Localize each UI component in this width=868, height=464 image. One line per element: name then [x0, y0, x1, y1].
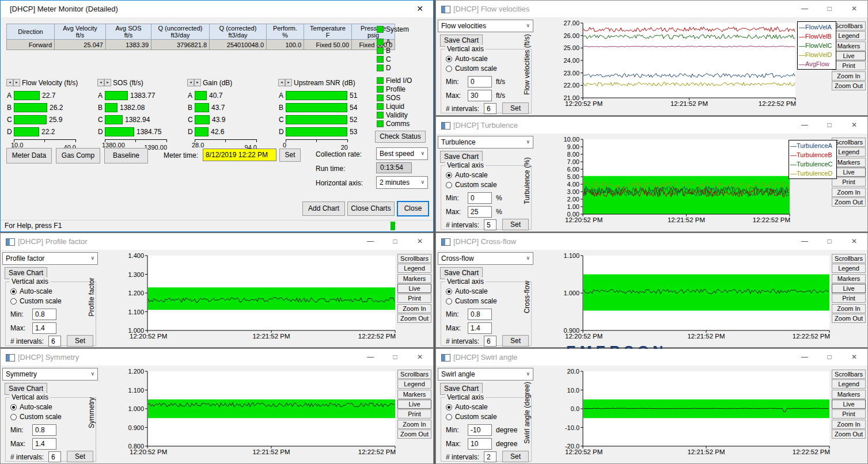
markers-button[interactable]: Markers — [397, 390, 431, 399]
scrollbars-button[interactable]: Scrollbars — [832, 254, 866, 263]
min-input[interactable] — [468, 76, 492, 88]
legend-button[interactable]: Legend — [832, 264, 866, 273]
markers-button[interactable]: Markers — [832, 41, 866, 51]
min-input[interactable] — [468, 309, 492, 320]
maximize-icon[interactable]: □ — [383, 233, 407, 249]
minimize-icon[interactable]: — — [793, 117, 817, 133]
radio-custom-scale[interactable] — [446, 414, 452, 420]
maximize-icon[interactable]: □ — [817, 117, 842, 133]
intervals-input[interactable] — [48, 336, 61, 347]
live-button[interactable]: Live — [397, 284, 431, 293]
intervals-input[interactable] — [484, 336, 496, 347]
spin-right-icon[interactable]: ► — [104, 79, 111, 86]
print-button[interactable]: Print — [832, 294, 866, 303]
print-button[interactable]: Print — [397, 409, 431, 419]
meter-time-field[interactable] — [203, 149, 276, 161]
chart-select-combo[interactable]: Profile factor∨ — [2, 252, 98, 265]
zoom-in-button[interactable]: Zoom In — [397, 304, 431, 313]
print-button[interactable]: Print — [832, 61, 866, 70]
close-charts-button[interactable]: Close Charts — [347, 201, 395, 216]
intervals-input[interactable] — [48, 451, 61, 462]
radio-auto-scale[interactable] — [446, 172, 452, 178]
chart-select-combo[interactable]: Turbulence∨ — [438, 136, 533, 149]
close-icon[interactable]: ✕ — [408, 1, 432, 17]
radio-auto-scale[interactable] — [10, 404, 17, 410]
spin-right-icon[interactable]: ► — [285, 79, 292, 86]
scrollbars-button[interactable]: Scrollbars — [832, 370, 866, 379]
spin-right-icon[interactable]: ► — [13, 79, 20, 86]
close-icon[interactable]: ✕ — [842, 233, 866, 249]
radio-auto-scale[interactable] — [446, 56, 452, 62]
scrollbars-button[interactable]: Scrollbars — [832, 21, 866, 31]
markers-button[interactable]: Markers — [397, 274, 431, 283]
print-button[interactable]: Print — [397, 294, 431, 303]
zoom-in-button[interactable]: Zoom In — [832, 71, 866, 81]
horizontal-axis-combo[interactable]: 2 minutes ∨ — [376, 176, 428, 189]
zoom-out-button[interactable]: Zoom Out — [832, 197, 866, 207]
min-input[interactable] — [468, 424, 492, 436]
intervals-input[interactable] — [484, 103, 496, 114]
collection-rate-combo[interactable]: Best speed ∨ — [376, 147, 428, 160]
scrollbars-button[interactable]: Scrollbars — [397, 254, 431, 263]
min-input[interactable] — [468, 192, 492, 204]
radio-custom-scale[interactable] — [10, 298, 17, 305]
minimize-icon[interactable]: — — [793, 1, 817, 17]
live-button[interactable]: Live — [397, 400, 431, 409]
zoom-in-button[interactable]: Zoom In — [832, 304, 866, 313]
spin-left-icon[interactable]: ◄ — [6, 79, 13, 86]
baseline-button[interactable]: Baseline — [104, 148, 148, 163]
print-button[interactable]: Print — [832, 409, 866, 419]
max-input[interactable] — [468, 322, 492, 334]
zoom-out-button[interactable]: Zoom Out — [832, 81, 866, 90]
close-icon[interactable]: ✕ — [408, 349, 432, 365]
radio-custom-scale[interactable] — [446, 66, 452, 72]
close-icon[interactable]: ✕ — [408, 233, 432, 249]
max-input[interactable] — [32, 438, 56, 450]
spin-left-icon[interactable]: ◄ — [278, 79, 285, 86]
close-icon[interactable]: ✕ — [842, 1, 866, 17]
zoom-in-button[interactable]: Zoom In — [832, 188, 866, 197]
spin-left-icon[interactable]: ◄ — [187, 79, 194, 86]
max-input[interactable] — [32, 322, 56, 334]
check-status-button[interactable]: Check Status — [375, 131, 426, 143]
minimize-icon[interactable]: — — [793, 233, 817, 249]
minimize-icon[interactable]: — — [358, 233, 382, 249]
legend-button[interactable]: Legend — [397, 264, 431, 273]
radio-custom-scale[interactable] — [446, 182, 452, 188]
min-input[interactable] — [32, 309, 56, 320]
markers-button[interactable]: Markers — [832, 390, 866, 399]
radio-custom-scale[interactable] — [446, 298, 452, 305]
spin-right-icon[interactable]: ► — [194, 79, 201, 86]
chart-select-combo[interactable]: Cross-flow∨ — [438, 252, 533, 265]
legend-button[interactable]: Legend — [397, 379, 431, 389]
max-input[interactable] — [468, 206, 492, 218]
zoom-out-button[interactable]: Zoom Out — [397, 314, 431, 323]
maximize-icon[interactable]: □ — [817, 233, 842, 249]
live-button[interactable]: Live — [832, 284, 866, 293]
live-button[interactable]: Live — [832, 400, 866, 409]
zoom-out-button[interactable]: Zoom Out — [832, 314, 866, 323]
add-chart-button[interactable]: Add Chart — [302, 201, 345, 216]
intervals-input[interactable] — [484, 451, 496, 462]
chart-select-combo[interactable]: Swirl angle∨ — [438, 368, 533, 381]
intervals-input[interactable] — [484, 219, 496, 230]
radio-auto-scale[interactable] — [446, 288, 452, 295]
max-input[interactable] — [468, 438, 492, 450]
meter-data-button[interactable]: Meter Data — [6, 148, 52, 163]
chart-select-combo[interactable]: Flow velocities∨ — [438, 20, 533, 32]
chart-select-combo[interactable]: Symmetry∨ — [2, 368, 98, 381]
zoom-out-button[interactable]: Zoom Out — [832, 429, 866, 439]
max-input[interactable] — [468, 90, 492, 101]
radio-custom-scale[interactable] — [10, 414, 17, 420]
close-icon[interactable]: ✕ — [842, 117, 866, 133]
spin-left-icon[interactable]: ◄ — [97, 79, 104, 86]
zoom-out-button[interactable]: Zoom Out — [397, 429, 431, 439]
set-meter-time-button[interactable]: Set — [279, 149, 301, 162]
close-button[interactable]: Close — [397, 201, 429, 216]
legend-button[interactable]: Legend — [832, 379, 866, 389]
gas-comp-button[interactable]: Gas Comp — [56, 148, 100, 163]
live-button[interactable]: Live — [832, 51, 866, 60]
maximize-icon[interactable]: □ — [817, 1, 842, 17]
zoom-in-button[interactable]: Zoom In — [397, 420, 431, 429]
close-icon[interactable]: ✕ — [842, 349, 866, 365]
